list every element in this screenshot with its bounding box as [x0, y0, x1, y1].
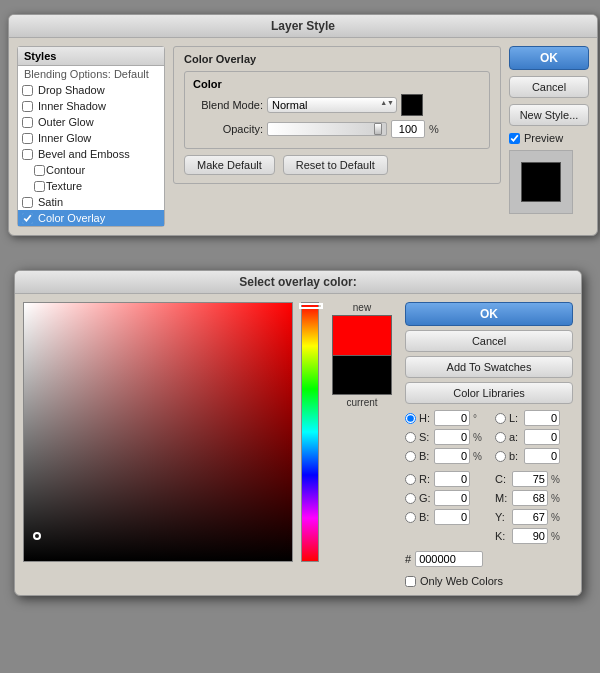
sidebar-item-outer-glow[interactable]: Outer Glow [18, 114, 164, 130]
blend-mode-row: Blend Mode: Normal [193, 94, 481, 116]
color-field[interactable] [23, 302, 293, 562]
R-input[interactable]: 0 [434, 471, 470, 487]
sidebar-item-drop-shadow[interactable]: Drop Shadow [18, 82, 164, 98]
b3-row: b: 0 [495, 448, 563, 464]
K-row: K: 90 % [495, 528, 563, 544]
B2-radio[interactable] [405, 512, 416, 523]
color-overlay-section: Color Overlay Color Blend Mode: Normal [173, 46, 501, 184]
color-swatches-panel: new current [327, 302, 397, 408]
layer-style-dialog: Layer Style Styles Blending Options: Def… [8, 14, 598, 236]
S-input[interactable]: 0 [434, 429, 470, 445]
C-input[interactable]: 75 [512, 471, 548, 487]
opacity-slider-thumb [374, 123, 382, 135]
blend-mode-label: Blend Mode: [193, 99, 263, 111]
hex-input[interactable]: 000000 [415, 551, 483, 567]
B2-input[interactable]: 0 [434, 509, 470, 525]
B-radio[interactable] [405, 451, 416, 462]
b3-input[interactable]: 0 [524, 448, 560, 464]
sidebar-item-color-overlay[interactable]: Color Overlay [18, 210, 164, 226]
a-radio[interactable] [495, 432, 506, 443]
L-radio[interactable] [495, 413, 506, 424]
satin-checkbox[interactable] [22, 197, 33, 208]
sidebar-item-inner-shadow[interactable]: Inner Shadow [18, 98, 164, 114]
color-overlay-title: Color Overlay [184, 53, 490, 65]
overlay-color-swatch[interactable] [401, 94, 423, 116]
preview-inner [521, 162, 561, 202]
inner-shadow-checkbox[interactable] [22, 101, 33, 112]
ok-button[interactable]: OK [509, 46, 589, 70]
R-radio[interactable] [405, 474, 416, 485]
only-web-label: Only Web Colors [420, 575, 503, 587]
L-input[interactable]: 0 [524, 410, 560, 426]
M-row: M: 68 % [495, 490, 563, 506]
layer-style-title: Layer Style [9, 15, 597, 38]
S-label: S: [419, 431, 431, 443]
H-unit: ° [473, 413, 485, 424]
cp-ok-button[interactable]: OK [405, 302, 573, 326]
H-radio[interactable] [405, 413, 416, 424]
G-radio[interactable] [405, 493, 416, 504]
C-label: C: [495, 473, 509, 485]
Y-label: Y: [495, 511, 509, 523]
a-input[interactable]: 0 [524, 429, 560, 445]
opacity-input[interactable]: 100 [391, 120, 425, 138]
texture-checkbox[interactable] [34, 181, 45, 192]
K-unit: % [551, 531, 563, 542]
new-color-swatch[interactable] [332, 315, 392, 355]
preview-box [509, 150, 573, 214]
cp-cancel-button[interactable]: Cancel [405, 330, 573, 352]
M-input[interactable]: 68 [512, 490, 548, 506]
blend-mode-wrapper: Normal [267, 97, 397, 113]
S-radio[interactable] [405, 432, 416, 443]
hsb-rgb-col: H: 0 ° S: 0 % B: 0 % [405, 410, 485, 544]
make-default-button[interactable]: Make Default [184, 155, 275, 175]
lab-cmyk-col: L: 0 a: 0 b: 0 C: 75 [495, 410, 563, 544]
color-picker-title: Select overlay color: [15, 271, 581, 294]
color-inputs: H: 0 ° S: 0 % B: 0 % [405, 410, 573, 544]
color-sub-section: Color Blend Mode: Normal Opacity: [184, 71, 490, 149]
inner-glow-checkbox[interactable] [22, 133, 33, 144]
bevel-emboss-checkbox[interactable] [22, 149, 33, 160]
C-row: C: 75 % [495, 471, 563, 487]
Y-input[interactable]: 67 [512, 509, 548, 525]
L-label: L: [509, 412, 521, 424]
B-input[interactable]: 0 [434, 448, 470, 464]
H-input[interactable]: 0 [434, 410, 470, 426]
cancel-button[interactable]: Cancel [509, 76, 589, 98]
only-web-colors-checkbox[interactable] [405, 576, 416, 587]
outer-glow-checkbox[interactable] [22, 117, 33, 128]
hue-slider[interactable] [301, 302, 319, 562]
b3-radio[interactable] [495, 451, 506, 462]
sidebar-item-bevel-emboss[interactable]: Bevel and Emboss [18, 146, 164, 162]
H-row: H: 0 ° [405, 410, 485, 426]
hex-row: # 000000 [405, 551, 573, 567]
preview-checkbox[interactable] [509, 133, 520, 144]
B2-row: B: 0 [405, 509, 485, 525]
sidebar-item-blending-options[interactable]: Blending Options: Default [18, 66, 164, 82]
opacity-slider[interactable] [267, 122, 387, 136]
M-unit: % [551, 493, 563, 504]
add-to-swatches-button[interactable]: Add To Swatches [405, 356, 573, 378]
preview-row: Preview [509, 132, 589, 144]
layer-style-main-content: Color Overlay Color Blend Mode: Normal [173, 46, 501, 227]
drop-shadow-checkbox[interactable] [22, 85, 33, 96]
current-color-swatch[interactable] [332, 355, 392, 395]
G-input[interactable]: 0 [434, 490, 470, 506]
S-unit: % [473, 432, 485, 443]
preview-label: Preview [524, 132, 563, 144]
blend-mode-select[interactable]: Normal [267, 97, 397, 113]
K-label: K: [495, 530, 509, 542]
sidebar-item-contour[interactable]: Contour [18, 162, 164, 178]
sidebar-item-inner-glow[interactable]: Inner Glow [18, 130, 164, 146]
contour-checkbox[interactable] [34, 165, 45, 176]
new-style-button[interactable]: New Style... [509, 104, 589, 126]
reset-default-button[interactable]: Reset to Default [283, 155, 388, 175]
color-overlay-checkbox[interactable] [22, 213, 33, 224]
B-row: B: 0 % [405, 448, 485, 464]
color-libraries-button[interactable]: Color Libraries [405, 382, 573, 404]
color-gradient [23, 302, 293, 562]
K-input[interactable]: 90 [512, 528, 548, 544]
sidebar-item-satin[interactable]: Satin [18, 194, 164, 210]
a-label: a: [509, 431, 521, 443]
sidebar-item-texture[interactable]: Texture [18, 178, 164, 194]
